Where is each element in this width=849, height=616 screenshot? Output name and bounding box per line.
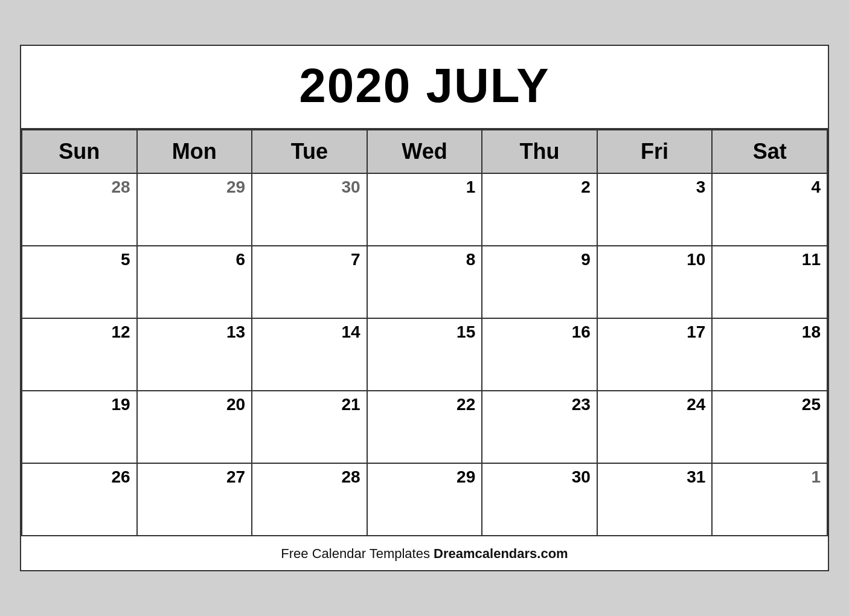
calendar-day-cell: 21	[252, 391, 367, 463]
footer: Free Calendar Templates Dreamcalendars.c…	[21, 536, 828, 570]
calendar-day-cell: 17	[597, 318, 713, 391]
footer-normal-text: Free Calendar Templates	[281, 546, 434, 561]
calendar-day-cell: 29	[367, 463, 482, 536]
calendar-day-cell: 31	[597, 463, 713, 536]
calendar-day-cell: 15	[367, 318, 482, 391]
calendar-day-cell: 22	[367, 391, 482, 463]
calendar-day-cell: 1	[367, 173, 482, 246]
calendar-day-cell: 11	[712, 246, 827, 318]
calendar-day-cell: 4	[712, 173, 827, 246]
calendar-day-cell: 28	[252, 463, 367, 536]
calendar-day-cell: 30	[252, 173, 367, 246]
calendar-day-cell: 10	[597, 246, 713, 318]
calendar-day-cell: 18	[712, 318, 827, 391]
calendar-body: 2829301234567891011121314151617181920212…	[22, 173, 827, 536]
calendar-day-cell: 29	[137, 173, 252, 246]
header-fri: Fri	[597, 130, 713, 173]
header-sun: Sun	[22, 130, 137, 173]
header-wed: Wed	[367, 130, 482, 173]
calendar-day-cell: 19	[22, 391, 137, 463]
calendar-day-cell: 16	[482, 318, 597, 391]
calendar-day-cell: 8	[367, 246, 482, 318]
calendar-day-cell: 20	[137, 391, 252, 463]
calendar-day-cell: 5	[22, 246, 137, 318]
header-tue: Tue	[252, 130, 367, 173]
calendar-container: 2020 JULY Sun Mon Tue Wed Thu Fri Sat 28…	[20, 45, 829, 571]
day-header-row: Sun Mon Tue Wed Thu Fri Sat	[22, 130, 827, 173]
calendar-day-cell: 13	[137, 318, 252, 391]
calendar-week-row: 19202122232425	[22, 391, 827, 463]
calendar-title: 2020 JULY	[21, 46, 828, 129]
calendar-day-cell: 12	[22, 318, 137, 391]
calendar-day-cell: 2	[482, 173, 597, 246]
calendar-day-cell: 9	[482, 246, 597, 318]
header-mon: Mon	[137, 130, 252, 173]
footer-bold-text: Dreamcalendars.com	[434, 546, 568, 561]
calendar-day-cell: 25	[712, 391, 827, 463]
calendar-week-row: 2829301234	[22, 173, 827, 246]
calendar-day-cell: 3	[597, 173, 713, 246]
calendar-day-cell: 27	[137, 463, 252, 536]
calendar-day-cell: 26	[22, 463, 137, 536]
calendar-day-cell: 28	[22, 173, 137, 246]
calendar-day-cell: 23	[482, 391, 597, 463]
calendar-week-row: 12131415161718	[22, 318, 827, 391]
calendar-day-cell: 14	[252, 318, 367, 391]
calendar-grid: Sun Mon Tue Wed Thu Fri Sat 282930123456…	[21, 129, 828, 536]
calendar-day-cell: 1	[712, 463, 827, 536]
header-sat: Sat	[712, 130, 827, 173]
calendar-day-cell: 6	[137, 246, 252, 318]
calendar-week-row: 2627282930311	[22, 463, 827, 536]
calendar-day-cell: 30	[482, 463, 597, 536]
calendar-day-cell: 7	[252, 246, 367, 318]
calendar-day-cell: 24	[597, 391, 713, 463]
calendar-week-row: 567891011	[22, 246, 827, 318]
header-thu: Thu	[482, 130, 597, 173]
